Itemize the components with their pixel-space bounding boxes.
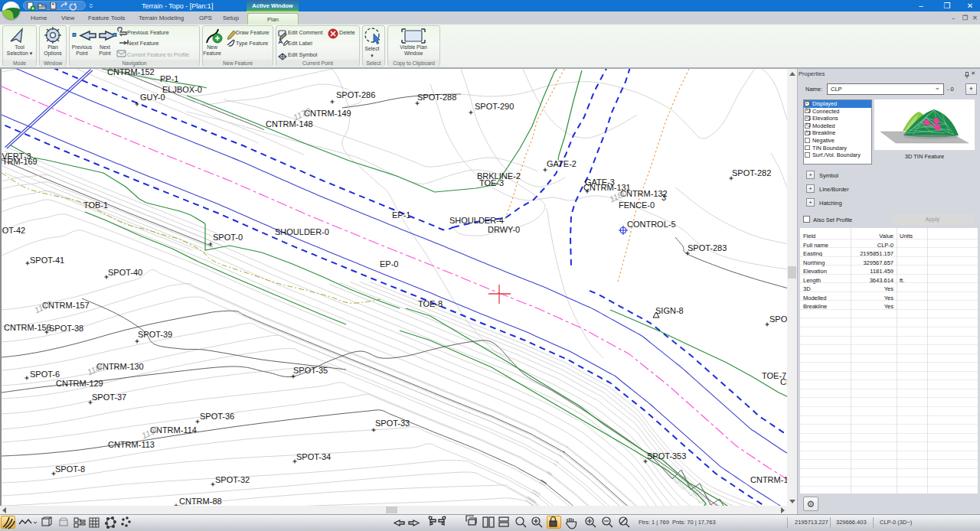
svg-text:TOB-1: TOB-1 [83,200,108,210]
svg-text:SPOT-283: SPOT-283 [688,243,727,252]
svg-text:SHOULDER-4: SHOULDER-4 [449,216,504,225]
svg-text:SPOT-36: SPOT-36 [200,412,234,421]
svg-text:CNTRM-148: CNTRM-148 [266,119,313,129]
svg-text:FENCE-0: FENCE-0 [619,200,655,210]
svg-text:SPOT-282: SPOT-282 [732,168,771,178]
svg-text:TOE-8: TOE-8 [418,299,443,308]
svg-text:SPOT-290: SPOT-290 [475,102,514,111]
svg-text:SPOT-35: SPOT-35 [293,366,328,375]
svg-text:TOE-3: TOE-3 [479,178,504,187]
svg-text:SPOT-0: SPOT-0 [213,233,243,242]
svg-text:SPOT-32: SPOT-32 [215,475,250,484]
svg-text:DRWY-0: DRWY-0 [488,225,520,234]
svg-text:SIGN-8: SIGN-8 [655,306,684,315]
svg-text:GUY-0: GUY-0 [140,93,165,102]
svg-text:ELJBOX-0: ELJBOX-0 [162,85,202,94]
svg-text:SPOT-33: SPOT-33 [375,419,410,428]
svg-text:SPOT-353: SPOT-353 [647,451,686,461]
svg-text:SPOT-352: SPOT-352 [769,314,787,324]
svg-text:SPOT-41: SPOT-41 [30,256,64,265]
svg-text:SPOT-40: SPOT-40 [108,268,142,277]
svg-text:SPOT-34: SPOT-34 [296,452,331,461]
svg-text:CNTRM-115: CNTRM-115 [750,475,787,484]
svg-text:CNTRM-129: CNTRM-129 [56,379,103,388]
svg-text:CNTRM-88: CNTRM-88 [179,497,222,506]
svg-text:GATE-2: GATE-2 [547,159,577,168]
svg-text:SHOULDER-0: SHOULDER-0 [275,227,329,236]
svg-text:CNTRM-152: CNTRM-152 [107,69,155,77]
svg-text:3: 3 [662,193,666,202]
svg-text:EP-1: EP-1 [392,210,410,220]
svg-text:SPOT-288: SPOT-288 [417,93,456,102]
svg-text:SPOT-6: SPOT-6 [30,370,60,379]
svg-text:EP-0: EP-0 [380,259,398,269]
svg-text:SPOT-38: SPOT-38 [49,324,83,333]
svg-text:CNTRM-132: CNTRM-132 [620,189,668,198]
svg-text:SPOT-37: SPOT-37 [92,393,126,402]
svg-text:CNTRM-156: CNTRM-156 [4,323,51,332]
svg-text:SPOT-8: SPOT-8 [55,464,85,474]
svg-text:PP-1: PP-1 [160,74,178,83]
svg-text:CONTROL-5: CONTROL-5 [627,220,676,229]
svg-text:SPOT-39: SPOT-39 [138,330,172,339]
svg-text:CNTRM-113: CNTRM-113 [108,440,155,449]
svg-text:SPOT-42: SPOT-42 [2,226,25,235]
svg-text:CNTRM-116: CNTRM-116 [780,377,787,386]
svg-text:CNTRM-169: CNTRM-169 [2,157,38,166]
svg-text:SPOT-286: SPOT-286 [336,90,375,99]
